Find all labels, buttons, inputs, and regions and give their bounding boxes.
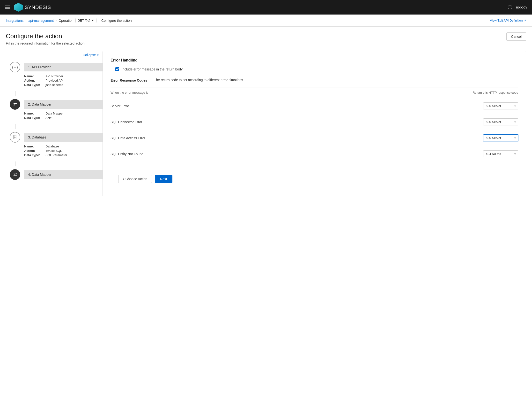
breadcrumb: Integrations › api-management › Operatio…: [0, 15, 532, 27]
breadcrumb-api-management[interactable]: api-management: [28, 19, 54, 22]
right-panel: Error Handling Include error message in …: [103, 51, 526, 196]
breadcrumb-sep-2: ›: [56, 19, 57, 22]
sql-connector-select[interactable]: 500 Server 404 Not Found 400 Bad Request: [483, 118, 518, 125]
step-4-header: 4. Data Mapper: [24, 170, 103, 179]
error-row-sql-entity: SQL Entity Not Found 404 No tas 500 Serv…: [111, 146, 518, 162]
page-subtitle: Fill in the required information for the…: [6, 41, 85, 45]
main-layout: Collapse « {-} 1. API Provider Name: API…: [6, 51, 526, 196]
step-4-icon: ⇄: [10, 169, 20, 180]
step-3-details: Name: Database Action: Invoke SQL Data T…: [6, 143, 103, 161]
choose-action-arrow-icon: ‹: [123, 177, 124, 181]
step-1-action: Action: Provided API: [24, 79, 99, 82]
sql-data-access-select-wrap: 500 Server 404 Not Found 400 Bad Request…: [483, 134, 518, 141]
page-title-area: Configure the action Fill in the require…: [6, 32, 85, 45]
error-response-codes-label: Error Response Codes: [111, 78, 154, 82]
sql-connector-select-wrap: 500 Server 404 Not Found 400 Bad Request…: [483, 118, 518, 125]
step-1: {-} 1. API Provider Name: API Provider A…: [6, 59, 103, 96]
collapse-button[interactable]: Collapse «: [6, 51, 103, 59]
error-name-server: Server Error: [111, 104, 129, 108]
sql-entity-select-wrap: 404 No tas 500 Server 400 Bad Request ▼: [483, 150, 518, 157]
step-1-icon-wrap: {-} 1. API Provider: [6, 59, 103, 72]
error-name-sql-connector: SQL Connector Error: [111, 120, 142, 124]
step-4: ⇄ 4. Data Mapper: [6, 166, 103, 180]
step-3-icon-wrap: 🗄 3. Database: [6, 129, 103, 143]
breadcrumb-integrations[interactable]: Integrations: [6, 19, 23, 22]
step-line-2: [15, 124, 16, 129]
step-line-1: [15, 91, 16, 96]
include-error-checkbox[interactable]: [115, 67, 119, 71]
error-table-header: When the error message is Return this HT…: [111, 87, 518, 98]
step-line-3: [15, 161, 16, 166]
view-edit-link[interactable]: View/Edit API Definition ↗: [490, 19, 526, 22]
error-row-sql-data-access: SQL Data Access Error 500 Server 404 Not…: [111, 130, 518, 146]
section-title: Error Handling: [111, 58, 518, 62]
logo-icon: [14, 3, 23, 12]
error-row-server: Server Error 500 Server 404 Not Found 40…: [111, 98, 518, 114]
include-error-label: Include error message in the return body: [122, 67, 183, 71]
help-icon[interactable]: ⓘ: [508, 4, 512, 10]
external-link-icon: ↗: [523, 19, 526, 22]
data-mapper-2-icon: ⇄: [13, 172, 17, 177]
bottom-bar: ‹ Choose Action Next: [111, 170, 518, 188]
header: SYNDESIS ⓘ nobody: [0, 0, 532, 15]
server-error-select[interactable]: 500 Server 404 Not Found 400 Bad Request: [483, 102, 518, 109]
breadcrumb-operation: Operation: [58, 19, 73, 22]
step-2-name: Name: Data Mapper: [24, 112, 99, 115]
hamburger-menu[interactable]: [5, 6, 10, 9]
step-1-name: Name: API Provider: [24, 74, 99, 78]
app-title: SYNDESIS: [25, 5, 51, 10]
step-2-details: Name: Data Mapper Data Type: ANY: [6, 110, 103, 124]
choose-action-button[interactable]: ‹ Choose Action: [118, 175, 152, 183]
step-3-header: 3. Database: [24, 133, 103, 142]
step-3-icon: 🗄: [10, 132, 20, 143]
breadcrumb-configure: Configure the action: [101, 19, 132, 22]
step-1-details: Name: API Provider Action: Provided API …: [6, 72, 103, 91]
database-icon: 🗄: [13, 135, 17, 140]
user-label: nobody: [516, 5, 527, 9]
column-error-header: When the error message is: [111, 91, 148, 94]
step-4-icon-wrap: ⇄ 4. Data Mapper: [6, 166, 103, 180]
error-response-codes-desc: The return code to set according to diff…: [154, 78, 243, 82]
step-2-datatype: Data Type: ANY: [24, 116, 99, 120]
breadcrumb-sep-1: ›: [25, 19, 26, 22]
error-name-sql-entity: SQL Entity Not Found: [111, 152, 143, 156]
include-error-row: Include error message in the return body: [111, 67, 518, 71]
step-1-icon: {-}: [10, 62, 20, 72]
method-label: GET /{id}: [78, 19, 90, 22]
breadcrumb-sep-3: ›: [98, 19, 99, 22]
step-3-datatype: Data Type: SQL Parameter: [24, 153, 99, 157]
next-button[interactable]: Next: [155, 175, 172, 183]
step-2-icon: ⇄: [10, 99, 20, 110]
step-3: 🗄 3. Database Name: Database Action: Inv…: [6, 129, 103, 166]
page-title: Configure the action: [6, 32, 85, 40]
sql-entity-select[interactable]: 404 No tas 500 Server 400 Bad Request: [483, 150, 518, 157]
cancel-button[interactable]: Cancel: [506, 32, 526, 41]
error-response-codes-section: Error Response Codes The return code to …: [111, 78, 518, 82]
step-3-action: Action: Invoke SQL: [24, 149, 99, 153]
sql-data-access-select[interactable]: 500 Server 404 Not Found 400 Bad Request: [483, 134, 518, 141]
data-mapper-icon: ⇄: [13, 102, 17, 107]
api-provider-icon: {-}: [12, 65, 19, 69]
step-1-header: 1. API Provider: [24, 63, 103, 71]
error-row-sql-connector: SQL Connector Error 500 Server 404 Not F…: [111, 114, 518, 130]
logo: SYNDESIS: [14, 3, 51, 12]
page-header: Configure the action Fill in the require…: [6, 32, 526, 45]
step-2-icon-wrap: ⇄ 2. Data Mapper: [6, 96, 103, 110]
step-2: ⇄ 2. Data Mapper Name: Data Mapper Data …: [6, 96, 103, 129]
breadcrumb-method-dropdown[interactable]: GET /{id} ▼: [76, 18, 96, 23]
step-3-name: Name: Database: [24, 145, 99, 148]
method-chevron-icon: ▼: [91, 19, 94, 22]
page-content: Configure the action Fill in the require…: [0, 27, 532, 202]
step-2-header: 2. Data Mapper: [24, 100, 103, 109]
choose-action-label: Choose Action: [125, 177, 147, 181]
column-code-header: Return this HTTP response code: [473, 91, 518, 94]
server-error-select-wrap: 500 Server 404 Not Found 400 Bad Request…: [483, 102, 518, 109]
sidebar: Collapse « {-} 1. API Provider Name: API…: [6, 51, 103, 196]
error-name-sql-data-access: SQL Data Access Error: [111, 136, 145, 140]
step-1-datatype: Data Type: json-schema: [24, 83, 99, 87]
